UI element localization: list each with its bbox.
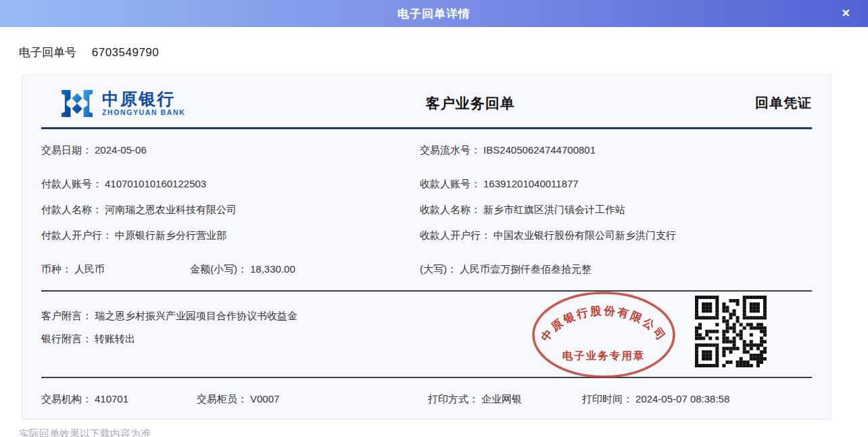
memo-section: 客户附言：瑞之恩乡村振兴产业园项目合作协议书收益金 银行附言：转账转出 中原银行…: [41, 292, 812, 377]
field-value: 人民币: [74, 263, 105, 275]
field-serial: 交易流水号：IBS24050624744700801: [420, 144, 812, 157]
field-row-amount: 币种：人民币 金额(小写)：18,330.00 (大写)：人民币壹万捌仟叁佰叁拾…: [41, 256, 812, 282]
svg-text:中原银行股份有限公司: 中原银行股份有限公司: [539, 304, 669, 344]
field-value: 16391201040011877: [483, 178, 579, 189]
field-label: (大写)：: [420, 263, 457, 275]
qr-code: [695, 296, 767, 367]
field-branch: 交易机构：410701: [41, 393, 197, 406]
field-payee-name: 收款人名称：新乡市红旗区洪门镇会计工作站: [420, 204, 812, 216]
field-value: 人民币壹万捌仟叁佰叁拾元整: [460, 263, 592, 275]
field-label: 交易柜员：: [197, 393, 247, 405]
receipt-card-header: 中原银行 ZHONGYUAN BANK 客户业务回单 回单凭证: [41, 75, 812, 127]
field-amount: 金额(小写)：18,330.00: [190, 263, 420, 276]
stamp-center-text: 电子业务专用章: [562, 350, 646, 361]
field-label: 打印时间：: [582, 393, 633, 405]
field-payee-bank: 收款人开户行：中国农业银行股份有限公司新乡洪门支行: [420, 229, 812, 242]
field-currency: 币种：人民币: [41, 263, 190, 276]
field-value: 2024-05-07 08:38:58: [635, 393, 729, 405]
field-value: 18,330.00: [250, 263, 295, 275]
field-print-time: 打印时间：2024-05-07 08:38:58: [582, 393, 812, 406]
field-payer-name: 付款人名称：河南瑞之恩农业科技有限公司: [41, 204, 420, 216]
bank-logo: 中原银行 ZHONGYUAN BANK: [59, 89, 185, 118]
receipt-number-line: 电子回单号 6703549790: [19, 45, 159, 60]
receipt-number-value: 6703549790: [92, 46, 160, 59]
field-teller: 交易柜员：V0007: [197, 393, 428, 406]
field-value: 瑞之恩乡村振兴产业园项目合作协议书收益金: [95, 310, 297, 321]
field-value: 企业网银: [481, 393, 522, 405]
stamp-ring-text: 中原银行股份有限公司: [539, 304, 669, 344]
field-label: 付款人账号：: [41, 178, 102, 189]
field-payer-account: 付款人账号：410701010160122503: [41, 178, 420, 191]
bank-stamp: 中原银行股份有限公司 电子业务专用章: [529, 289, 679, 381]
field-label: 交易流水号：: [420, 144, 481, 156]
bank-name-cn: 中原银行: [102, 90, 185, 108]
bottom-note: 实际回单效果以下载内容为准: [19, 428, 151, 437]
field-label: 收款人开户行：: [420, 229, 491, 241]
close-icon[interactable]: ✕: [842, 8, 850, 19]
bank-logo-text: 中原银行 ZHONGYUAN BANK: [102, 90, 185, 116]
field-label: 客户附言：: [41, 310, 92, 321]
document-title: 客户业务回单: [185, 94, 755, 113]
field-value: IBS24050624744700801: [483, 144, 596, 156]
field-value: V0007: [250, 393, 279, 405]
field-label: 交易日期：: [41, 144, 92, 156]
field-row-names: 付款人名称：河南瑞之恩农业科技有限公司 收款人名称：新乡市红旗区洪门镇会计工作站: [41, 197, 812, 223]
field-value: 410701010160122503: [105, 178, 206, 189]
field-row-date-serial: 交易日期：2024-05-06 交易流水号：IBS240506247447008…: [41, 137, 812, 163]
field-value: 410701: [95, 393, 128, 405]
field-value: 河南瑞之恩农业科技有限公司: [105, 204, 237, 215]
field-value: 新乡市红旗区洪门镇会计工作站: [483, 204, 625, 215]
field-value: 中国农业银行股份有限公司新乡洪门支行: [493, 229, 676, 241]
receipt-fields: 交易日期：2024-05-06 交易流水号：IBS240506247447008…: [41, 137, 812, 282]
field-payer-bank: 付款人开户行：中原银行新乡分行营业部: [41, 229, 420, 242]
field-label: 币种：: [41, 263, 72, 275]
field-value: 转账转出: [95, 333, 135, 344]
field-row-accounts: 付款人账号：410701010160122503 收款人账号：163912010…: [41, 171, 812, 197]
field-label: 付款人名称：: [41, 204, 102, 215]
field-value: 中原银行新乡分行营业部: [115, 229, 226, 241]
field-label: 金额(小写)：: [190, 263, 247, 275]
document-badge: 回单凭证: [755, 94, 812, 112]
field-row-banks: 付款人开户行：中原银行新乡分行营业部 收款人开户行：中国农业银行股份有限公司新乡…: [41, 223, 812, 248]
modal-title: 电子回单详情: [397, 6, 471, 22]
field-label: 收款人账号：: [420, 178, 481, 189]
field-label: 打印方式：: [428, 393, 479, 405]
field-label: 收款人名称：: [420, 204, 481, 215]
field-label: 银行附言：: [41, 333, 92, 344]
footer-row: 交易机构：410701 交易柜员：V0007 打印方式：企业网银 打印时间：20…: [41, 378, 812, 406]
field-label: 交易机构：: [41, 393, 92, 405]
receipt-card: 中原银行 ZHONGYUAN BANK 客户业务回单 回单凭证 交易日期：202…: [22, 74, 831, 419]
field-payee-account: 收款人账号：16391201040011877: [420, 178, 812, 191]
header-divider: [41, 127, 812, 129]
field-print-method: 打印方式：企业网银: [428, 393, 582, 406]
field-label: 付款人开户行：: [41, 229, 112, 241]
field-value: 2024-05-06: [95, 144, 147, 156]
modal-header: 电子回单详情 ✕: [0, 0, 868, 27]
bank-logo-icon: [59, 89, 95, 118]
field-amount-words: (大写)：人民币壹万捌仟叁佰叁拾元整: [420, 263, 812, 276]
bank-name-en: ZHONGYUAN BANK: [102, 108, 185, 116]
receipt-number-label: 电子回单号: [19, 46, 76, 59]
field-trade-date: 交易日期：2024-05-06: [41, 144, 420, 157]
